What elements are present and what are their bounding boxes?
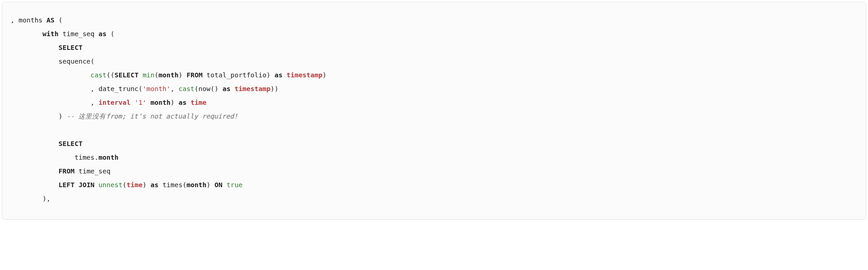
keyword-true: true bbox=[227, 181, 243, 189]
code-line: times.month bbox=[11, 154, 119, 161]
keyword-on: ON bbox=[214, 181, 222, 189]
ident-time: time bbox=[126, 181, 142, 189]
code-line: with time_seq as ( bbox=[11, 30, 115, 38]
code-text: )) bbox=[270, 85, 278, 92]
alias-time: time bbox=[191, 99, 207, 106]
keyword-as: as bbox=[98, 30, 106, 38]
keyword-from: FROM bbox=[186, 71, 202, 79]
keyword-as: as bbox=[274, 71, 282, 79]
code-text: ), bbox=[11, 195, 50, 202]
sql-code-block: , months AS ( with time_seq as ( SELECT … bbox=[2, 2, 866, 220]
code-text: ) bbox=[322, 71, 327, 79]
code-text: times. bbox=[11, 154, 98, 161]
keyword-with: with bbox=[43, 30, 59, 38]
keyword-as: as bbox=[223, 85, 230, 92]
indent bbox=[11, 71, 91, 79]
code-text: ) bbox=[11, 113, 66, 120]
code-text: , months bbox=[11, 16, 47, 24]
indent bbox=[11, 44, 59, 51]
code-text: ) bbox=[170, 99, 178, 106]
keyword-interval: interval bbox=[98, 99, 131, 106]
keyword-left: LEFT bbox=[59, 181, 75, 189]
code-text: ) bbox=[142, 181, 150, 189]
code-text: time_seq bbox=[59, 30, 98, 38]
code-line: ) -- 这里没有from; it's not actually require… bbox=[11, 113, 238, 120]
keyword-month: month bbox=[158, 71, 179, 79]
keyword-month: month bbox=[151, 99, 171, 106]
code-text: , date_trunc( bbox=[11, 85, 142, 92]
keyword-select: SELECT bbox=[115, 71, 138, 79]
code-text: ( bbox=[55, 16, 62, 24]
indent bbox=[11, 167, 59, 175]
code-line: SELECT bbox=[11, 140, 82, 147]
code-line: LEFT JOIN unnest(time) as times(month) O… bbox=[11, 181, 242, 189]
keyword-as: as bbox=[179, 99, 186, 106]
code-text bbox=[223, 181, 227, 189]
fn-cast: cast bbox=[91, 71, 107, 79]
keyword-month: month bbox=[98, 154, 119, 161]
fn-unnest: unnest bbox=[98, 181, 122, 189]
type-timestamp: timestamp bbox=[235, 85, 271, 92]
indent bbox=[11, 140, 59, 147]
code-text: , bbox=[170, 85, 178, 92]
code-line: , interval '1' month) as time bbox=[11, 99, 207, 106]
keyword-as: as bbox=[151, 181, 158, 189]
code-text bbox=[94, 181, 98, 189]
code-line: , months AS ( bbox=[11, 16, 63, 24]
comment: -- 这里没有from; it's not actually required! bbox=[66, 113, 238, 120]
code-line: sequence( bbox=[11, 58, 94, 65]
keyword-join: JOIN bbox=[78, 181, 94, 189]
code-text: total_portfolio) bbox=[202, 71, 274, 79]
string-literal: 'month' bbox=[142, 85, 170, 92]
keyword-select: SELECT bbox=[59, 140, 82, 147]
code-text: ) bbox=[207, 181, 214, 189]
code-text bbox=[138, 71, 142, 79]
keyword-select: SELECT bbox=[59, 44, 82, 51]
code-line: SELECT bbox=[11, 44, 82, 51]
code-line: cast((SELECT min(month) FROM total_portf… bbox=[11, 71, 327, 79]
code-text: ( bbox=[122, 181, 126, 189]
type-timestamp: timestamp bbox=[286, 71, 322, 79]
code-text: ( bbox=[107, 30, 115, 38]
code-text bbox=[186, 99, 191, 106]
code-text bbox=[230, 85, 235, 92]
keyword-month: month bbox=[186, 181, 207, 189]
code-text: sequence( bbox=[11, 58, 94, 65]
code-text: , bbox=[11, 99, 98, 106]
code-text bbox=[147, 99, 151, 106]
code-text: times( bbox=[158, 181, 186, 189]
code-text bbox=[131, 99, 135, 106]
code-text: time_seq bbox=[75, 167, 111, 175]
fn-cast: cast bbox=[179, 85, 195, 92]
code-line: ), bbox=[11, 195, 50, 202]
string-literal: '1' bbox=[135, 99, 147, 106]
indent bbox=[11, 181, 59, 189]
code-text: (( bbox=[107, 71, 115, 79]
code-line: FROM time_seq bbox=[11, 167, 110, 175]
keyword-from: FROM bbox=[59, 167, 75, 175]
fn-min: min bbox=[142, 71, 154, 79]
code-text: ) bbox=[179, 71, 186, 79]
code-line: , date_trunc('month', cast(now() as time… bbox=[11, 85, 278, 92]
code-text: ( bbox=[154, 71, 158, 79]
code-text: (now() bbox=[195, 85, 223, 92]
keyword-as: AS bbox=[47, 16, 55, 24]
indent bbox=[11, 30, 43, 38]
